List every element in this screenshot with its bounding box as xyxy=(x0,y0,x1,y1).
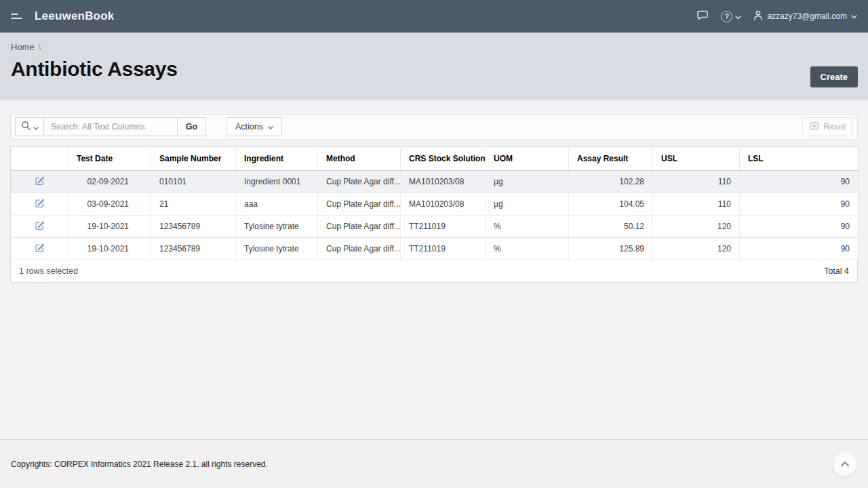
column-header-ingredient[interactable]: Ingredient xyxy=(236,147,318,171)
cell-test-date: 02-09-2021 xyxy=(68,171,151,193)
page-title-band: Home \ Antibiotic Assays Create xyxy=(0,33,868,100)
cell-uom: µg xyxy=(486,193,569,216)
cell-crs-stock-solution: TT211019 xyxy=(401,238,486,260)
chat-bubble-icon xyxy=(696,10,709,23)
copyright-text: Copyrights: CORPEX Informatics 2021 Rele… xyxy=(11,460,268,469)
cell-edit xyxy=(11,193,68,216)
edit-pencil-icon xyxy=(35,200,45,210)
column-header-edit xyxy=(11,147,68,171)
search-group: Go xyxy=(15,117,206,136)
feedback-button[interactable] xyxy=(696,10,709,23)
chevron-down-icon xyxy=(33,122,39,132)
selected-rows-count: 1 rows selected xyxy=(19,266,78,276)
search-input[interactable] xyxy=(43,117,178,136)
scroll-to-top-button[interactable] xyxy=(832,451,857,476)
table-row[interactable]: 19-10-2021 123456789 Tylosine tytrate Cu… xyxy=(11,238,859,260)
header-right-group: ? azzazy73@gmail.com xyxy=(696,10,857,23)
page-title: Antibiotic Assays xyxy=(11,58,857,81)
cell-uom: µg xyxy=(486,171,569,193)
cell-lsl: 90 xyxy=(740,216,859,238)
reset-button-label: Reset xyxy=(823,122,846,131)
cell-test-date: 19-10-2021 xyxy=(68,238,151,260)
cell-uom: % xyxy=(486,238,569,260)
main-content: Go Actions Reset xyxy=(0,100,868,439)
chevron-down-icon xyxy=(735,12,741,22)
cell-assay-result: 102.28 xyxy=(569,171,653,193)
edit-row-button[interactable] xyxy=(32,197,47,211)
actions-button-label: Actions xyxy=(235,122,263,131)
table-row[interactable]: 02-09-2021 010101 Ingredient 0001 Cup Pl… xyxy=(11,171,859,193)
column-header-assay-result[interactable]: Assay Result xyxy=(569,147,653,171)
cell-method: Cup Plate Agar diff... xyxy=(318,238,401,260)
column-header-lsl[interactable]: LSL xyxy=(740,147,859,171)
cell-assay-result: 125.89 xyxy=(569,238,653,260)
cell-edit xyxy=(11,171,68,193)
cell-test-date: 19-10-2021 xyxy=(68,216,151,238)
table-row[interactable]: 19-10-2021 123456789 Tylosine tytrate Cu… xyxy=(11,216,859,238)
actions-button[interactable]: Actions xyxy=(226,117,282,136)
hamburger-menu-button[interactable] xyxy=(11,9,26,23)
cell-ingredient: Tylosine tytrate xyxy=(236,216,318,238)
cell-lsl: 90 xyxy=(740,193,859,216)
column-header-method[interactable]: Method xyxy=(318,147,401,171)
cell-usl: 120 xyxy=(653,238,740,260)
cell-sample-number: 123456789 xyxy=(151,216,236,238)
column-header-usl[interactable]: USL xyxy=(653,147,740,171)
edit-row-button[interactable] xyxy=(32,219,47,234)
cell-method: Cup Plate Agar diff... xyxy=(318,193,401,216)
go-button[interactable]: Go xyxy=(178,117,206,136)
cell-test-date: 03-09-2021 xyxy=(68,193,151,216)
cell-lsl: 90 xyxy=(740,171,859,193)
column-header-uom[interactable]: UOM xyxy=(486,147,569,171)
cell-lsl: 90 xyxy=(740,238,859,260)
search-column-dropdown-button[interactable] xyxy=(15,117,43,136)
chevron-down-icon xyxy=(268,122,273,131)
cell-crs-stock-solution: MA1010203/08 xyxy=(401,171,486,193)
edit-pencil-icon xyxy=(35,178,45,188)
edit-pencil-icon xyxy=(35,222,45,232)
cell-assay-result: 104.05 xyxy=(569,193,653,216)
app-title: LeeuwenBook xyxy=(35,9,114,23)
cell-uom: % xyxy=(486,216,569,238)
cell-ingredient: Tylosine tytrate xyxy=(236,238,318,260)
edit-row-button[interactable] xyxy=(32,174,47,189)
cell-method: Cup Plate Agar diff... xyxy=(318,171,401,193)
cell-assay-result: 50.12 xyxy=(569,216,653,238)
cell-method: Cup Plate Agar diff... xyxy=(318,216,401,238)
cell-crs-stock-solution: MA1010203/08 xyxy=(401,193,486,216)
reset-button[interactable]: Reset xyxy=(802,117,853,136)
page-footer: Copyrights: CORPEX Informatics 2021 Rele… xyxy=(0,439,868,488)
reset-icon xyxy=(810,121,819,132)
create-button[interactable]: Create xyxy=(810,66,858,87)
table-row[interactable]: 03-09-2021 21 aaa Cup Plate Agar diff...… xyxy=(11,193,859,216)
chevron-up-icon xyxy=(840,459,850,469)
cell-sample-number: 010101 xyxy=(151,171,236,193)
help-icon: ? xyxy=(721,11,732,22)
cell-sample-number: 21 xyxy=(151,193,236,216)
help-menu-button[interactable]: ? xyxy=(721,11,741,22)
column-header-crs-stock-solution[interactable]: CRS Stock Solution xyxy=(401,147,486,171)
user-menu-button[interactable]: azzazy73@gmail.com xyxy=(753,10,857,22)
cell-crs-stock-solution: TT211019 xyxy=(401,216,486,238)
cell-usl: 110 xyxy=(653,193,740,216)
report-toolbar: Go Actions Reset xyxy=(10,114,858,140)
cell-ingredient: Ingredient 0001 xyxy=(236,171,318,193)
cell-usl: 110 xyxy=(653,171,740,193)
cell-sample-number: 123456789 xyxy=(151,238,236,260)
column-header-test-date[interactable]: Test Date xyxy=(68,147,151,171)
edit-pencil-icon xyxy=(35,245,45,255)
header-row: Test Date Sample Number Ingredient Metho… xyxy=(11,147,859,171)
breadcrumb-separator: \ xyxy=(39,42,41,52)
edit-row-button[interactable] xyxy=(32,241,47,256)
search-icon xyxy=(21,121,31,133)
chevron-down-icon xyxy=(851,12,857,21)
column-header-sample-number[interactable]: Sample Number xyxy=(151,147,236,171)
cell-edit xyxy=(11,216,68,238)
breadcrumb-item-home[interactable]: Home xyxy=(11,42,35,52)
user-email: azzazy73@gmail.com xyxy=(767,12,847,21)
cell-ingredient: aaa xyxy=(236,193,318,216)
report-region: Test Date Sample Number Ingredient Metho… xyxy=(10,146,858,283)
cell-edit xyxy=(11,238,68,260)
total-rows-count: Total 4 xyxy=(824,266,849,276)
app-header: LeeuwenBook ? azzazy73@gmail.com xyxy=(0,0,868,33)
